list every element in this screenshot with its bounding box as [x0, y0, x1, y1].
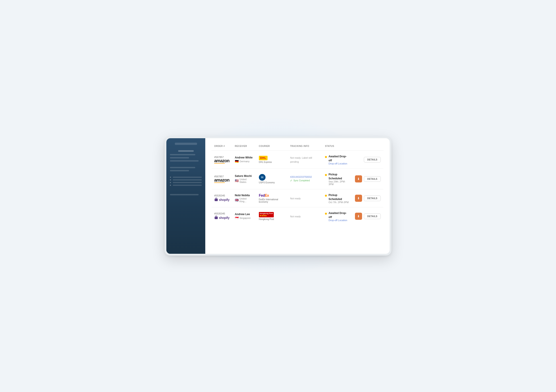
order-cell: #5535345shopify	[211, 189, 232, 207]
order-id: #5535345	[214, 212, 230, 215]
country-name: United States	[239, 178, 254, 183]
courier-cell: Hongkong Post香港郵政Hongkong Post	[256, 207, 287, 225]
sidebar	[166, 138, 205, 254]
details-button[interactable]: DETAILS	[364, 196, 381, 201]
sidebar-dot-item[interactable]	[170, 177, 202, 178]
action-cell: ⬇DETAILS	[352, 189, 383, 207]
page-background: ORDER # RECEIVER COURIER TRACKING INFO S…	[156, 123, 400, 269]
receiver-country: 🇬🇧United King...	[235, 197, 254, 203]
action-cell: ⬇DETAILS	[352, 207, 383, 225]
sidebar-item[interactable]	[170, 157, 189, 158]
status-info: Awaited Drop-offDrop-off Location	[328, 154, 350, 165]
action-buttons: ⬇DETAILS	[355, 195, 381, 202]
country-name: Germany	[239, 160, 249, 163]
status-dot-wrap	[325, 211, 327, 216]
table-row: #567857amazonAndrew White🇩🇪GermanyDHLDHL…	[211, 151, 383, 169]
order-id: #567857	[214, 175, 230, 178]
status-sub: Sep 29th. 2PM-3PM	[328, 180, 350, 186]
receiver-cell: Andrew White🇩🇪Germany	[232, 151, 256, 169]
amazon-logo: amazon	[214, 178, 230, 182]
shopify-logo-text: shopify	[219, 216, 230, 219]
download-button[interactable]: ⬇	[355, 195, 362, 202]
receiver-name: Saturo Mochi	[235, 174, 254, 178]
status-content: Awaited Drop-offDrop-off Location	[325, 154, 350, 165]
shopify-logo-text: shopify	[219, 198, 230, 202]
details-button[interactable]: DETAILS	[364, 214, 381, 219]
sidebar-dot	[170, 182, 171, 183]
status-info: Pickup ScheduledOct 7th. 2PM-3PM	[328, 193, 350, 204]
status-dot-wrap	[325, 154, 327, 159]
tracking-text: Not ready. Label still pending	[290, 157, 312, 163]
sidebar-search-bar[interactable]	[175, 143, 197, 145]
dropoff-link[interactable]: Drop-off Location	[328, 219, 350, 222]
country-name: United King...	[239, 197, 254, 203]
sync-text: Sync Completed	[293, 179, 309, 182]
status-info: Awaited Drop-offDrop-off Location	[328, 211, 350, 222]
sidebar-fade	[166, 236, 205, 254]
table-row: #5535345shopifyAndrew Lee🇸🇬SingaporeHong…	[211, 207, 383, 225]
download-button[interactable]: ⬇	[355, 175, 362, 182]
tracking-number-link[interactable]: #201443233750032	[290, 176, 320, 178]
receiver-cell: Andrew Lee🇸🇬Singapore	[232, 207, 256, 225]
shopify-brand: shopify	[214, 215, 230, 220]
action-cell: ⬇DETAILS	[352, 169, 383, 189]
table-header-row: ORDER # RECEIVER COURIER TRACKING INFO S…	[211, 145, 383, 151]
sidebar-item[interactable]	[170, 160, 199, 162]
action-buttons: ⬇DETAILS	[355, 213, 381, 220]
sidebar-dot	[170, 177, 171, 178]
status-sub: Oct 7th. 2PM-3PM	[328, 201, 350, 204]
country-flag: 🇺🇸	[235, 179, 239, 182]
status-cell: Pickup ScheduledOct 7th. 2PM-3PM	[322, 189, 352, 207]
receiver-cell: Nobi Nobita🇬🇧United King...	[232, 189, 256, 207]
country-flag: 🇸🇬	[235, 216, 239, 220]
courier-name: Hongkong Post	[259, 218, 285, 220]
dropoff-link[interactable]: Drop-off Location	[328, 162, 350, 165]
receiver-cell: Saturo Mochi🇺🇸United States	[232, 169, 256, 189]
table-row: #567857amazonSaturo Mochi🇺🇸United States…	[211, 169, 383, 189]
sidebar-dot-item[interactable]	[170, 179, 202, 181]
tracking-text: Not ready	[290, 197, 301, 200]
shopify-bag-icon	[214, 215, 218, 220]
status-label: Pickup Scheduled	[328, 194, 342, 201]
tracking-cell: #201443233750032✓ Sync Completed	[287, 169, 322, 189]
courier-cell: DHLDHL Express	[256, 151, 287, 169]
courier-name: USPS Economy	[259, 181, 285, 184]
sidebar-dot-item[interactable]	[170, 185, 202, 186]
status-label: Awaited Drop-off	[328, 211, 347, 219]
country-flag: 🇩🇪	[235, 159, 239, 163]
status-dot-wrap	[325, 172, 327, 177]
shopify-bag-icon	[214, 197, 218, 202]
sidebar-item[interactable]	[170, 194, 199, 195]
status-cell: Pickup ScheduledSep 29th. 2PM-3PM	[322, 169, 352, 189]
details-button[interactable]: DETAILS	[364, 176, 381, 182]
download-button[interactable]: ⬇	[355, 213, 362, 220]
sidebar-item[interactable]	[170, 167, 195, 168]
receiver-name: Andrew Lee	[235, 213, 254, 216]
status-cell: Awaited Drop-offDrop-off Location	[322, 207, 352, 225]
action-buttons: ⬇DETAILS	[355, 175, 381, 182]
status-content: Pickup ScheduledOct 7th. 2PM-3PM	[325, 193, 350, 204]
sidebar-item[interactable]	[170, 154, 195, 155]
sidebar-item[interactable]	[170, 170, 189, 171]
courier-cell: FedExFedEx International Economy	[256, 189, 287, 207]
status-dot	[325, 156, 327, 158]
amazon-logo: amazon	[214, 158, 230, 163]
sidebar-dot-item[interactable]	[170, 182, 202, 183]
country-name: Singapore	[239, 217, 251, 219]
status-dot	[325, 195, 327, 197]
tracking-cell: Not ready. Label still pending	[287, 151, 322, 169]
col-receiver: RECEIVER	[232, 145, 256, 151]
receiver-country: 🇺🇸United States	[235, 178, 254, 183]
status-dot	[325, 174, 327, 176]
status-content: Awaited Drop-offDrop-off Location	[325, 211, 350, 222]
col-tracking: TRACKING INFO	[287, 145, 322, 151]
action-cell: DETAILS	[352, 151, 383, 169]
svg-rect-1	[216, 199, 216, 200]
status-info: Pickup ScheduledSep 29th. 2PM-3PM	[328, 172, 350, 186]
orders-table: ORDER # RECEIVER COURIER TRACKING INFO S…	[211, 145, 383, 225]
tracking-text: Not ready	[290, 215, 301, 218]
courier-name: FedEx International Economy	[259, 198, 285, 203]
details-button[interactable]: DETAILS	[364, 157, 381, 162]
table-row: #5535345shopifyNobi Nobita🇬🇧United King.…	[211, 189, 383, 207]
fedex-logo: FedEx	[259, 194, 285, 197]
